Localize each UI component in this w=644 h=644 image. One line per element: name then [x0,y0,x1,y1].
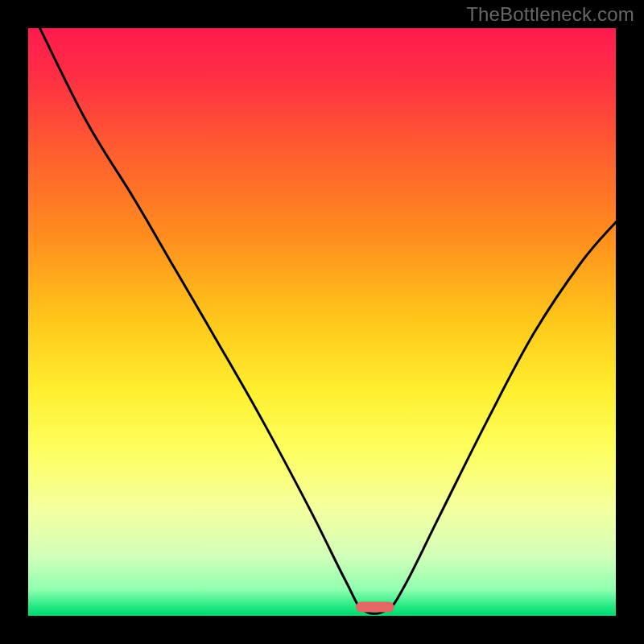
chart-gradient-background [28,28,616,616]
bottleneck-chart [0,0,644,644]
optimal-marker [356,602,394,613]
chart-frame: TheBottleneck.com [0,0,644,644]
watermark-text: TheBottleneck.com [466,3,634,26]
